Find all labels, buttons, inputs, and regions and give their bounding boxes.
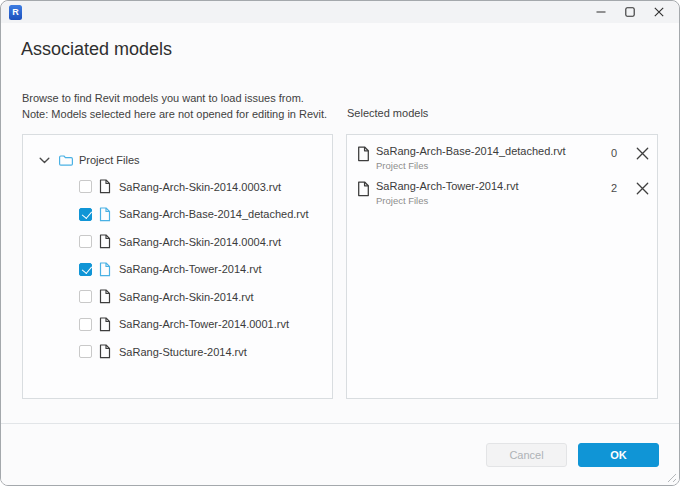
selected-models-label: Selected models <box>347 107 428 119</box>
title-bar: R <box>1 1 679 23</box>
tree-item-label: SaRang-Arch-Tower-2014.rvt <box>119 263 261 275</box>
page-title: Associated models <box>21 39 659 60</box>
resize-grip[interactable] <box>666 472 677 483</box>
tree-item[interactable]: SaRang-Arch-Base-2014_detached.rvt <box>23 201 332 229</box>
file-icon <box>99 234 111 249</box>
selected-model-item: SaRang-Arch-Base-2014_detached.rvt Proje… <box>347 142 657 177</box>
selected-model-item: SaRang-Arch-Tower-2014.rvt Project Files… <box>347 177 657 212</box>
file-icon <box>99 289 111 304</box>
window-controls <box>586 2 679 22</box>
chevron-down-icon[interactable] <box>39 157 50 164</box>
checkbox[interactable] <box>79 235 92 248</box>
tree-item[interactable]: SaRang-Arch-Skin-2014.rvt <box>23 283 332 311</box>
tree-item-label: SaRang-Arch-Base-2014_detached.rvt <box>119 208 309 220</box>
dialog-body: Browse to find Revit models you want to … <box>1 91 679 399</box>
selected-model-location: Project Files <box>376 195 603 206</box>
tree-item[interactable]: SaRang-Arch-Skin-2014.0003.rvt <box>23 173 332 201</box>
tree-root-label: Project Files <box>79 154 140 166</box>
ok-button[interactable]: OK <box>578 443 659 467</box>
model-tree-panel: Project Files SaRang-Arch-Skin-2014.0003… <box>22 134 333 399</box>
checkbox[interactable] <box>79 180 92 193</box>
tree-item-label: SaRang-Arch-Skin-2014.rvt <box>119 291 254 303</box>
tree-item[interactable]: SaRang-Arch-Tower-2014.0001.rvt <box>23 311 332 339</box>
checkbox[interactable] <box>79 208 92 221</box>
tree-item-label: SaRang-Stucture-2014.rvt <box>119 346 247 358</box>
close-button[interactable] <box>644 2 673 22</box>
checkbox[interactable] <box>79 263 92 276</box>
checkbox[interactable] <box>79 345 92 358</box>
cancel-button[interactable]: Cancel <box>486 443 567 467</box>
issue-count: 0 <box>603 147 617 159</box>
checkbox[interactable] <box>79 290 92 303</box>
file-icon <box>99 344 111 359</box>
tree-item-label: SaRang-Arch-Skin-2014.0003.rvt <box>119 181 281 193</box>
checkbox[interactable] <box>79 318 92 331</box>
tree-item-label: SaRang-Arch-Skin-2014.0004.rvt <box>119 236 281 248</box>
tree-item-label: SaRang-Arch-Tower-2014.0001.rvt <box>119 318 289 330</box>
tree-item[interactable]: SaRang-Stucture-2014.rvt <box>23 338 332 366</box>
file-icon <box>99 179 111 194</box>
minimize-button[interactable] <box>586 2 615 22</box>
file-icon <box>99 207 111 222</box>
remove-model-button[interactable] <box>635 146 650 161</box>
instructions-line2: Note: Models selected here are not opene… <box>22 108 327 120</box>
instructions: Browse to find Revit models you want to … <box>22 91 333 134</box>
tree-item[interactable]: SaRang-Arch-Skin-2014.0004.rvt <box>23 228 332 256</box>
file-icon <box>99 317 111 332</box>
remove-model-button[interactable] <box>635 181 650 196</box>
dialog-footer: Cancel OK <box>1 423 679 485</box>
selected-model-name: SaRang-Arch-Base-2014_detached.rvt <box>376 145 603 157</box>
selected-model-name: SaRang-Arch-Tower-2014.rvt <box>376 180 603 192</box>
selected-models-panel: SaRang-Arch-Base-2014_detached.rvt Proje… <box>346 134 658 399</box>
selected-model-location: Project Files <box>376 160 603 171</box>
associated-models-dialog: R Associated models Browse to find Revit… <box>0 0 680 486</box>
file-icon <box>357 146 370 162</box>
instructions-line1: Browse to find Revit models you want to … <box>22 92 304 104</box>
maximize-button[interactable] <box>615 2 644 22</box>
folder-icon <box>58 154 74 167</box>
tree-item[interactable]: SaRang-Arch-Tower-2014.rvt <box>23 256 332 284</box>
issue-count: 2 <box>603 182 617 194</box>
file-icon <box>357 181 370 197</box>
revit-app-icon: R <box>9 5 22 20</box>
tree-root-project-files[interactable]: Project Files <box>23 147 332 173</box>
file-icon <box>99 262 111 277</box>
